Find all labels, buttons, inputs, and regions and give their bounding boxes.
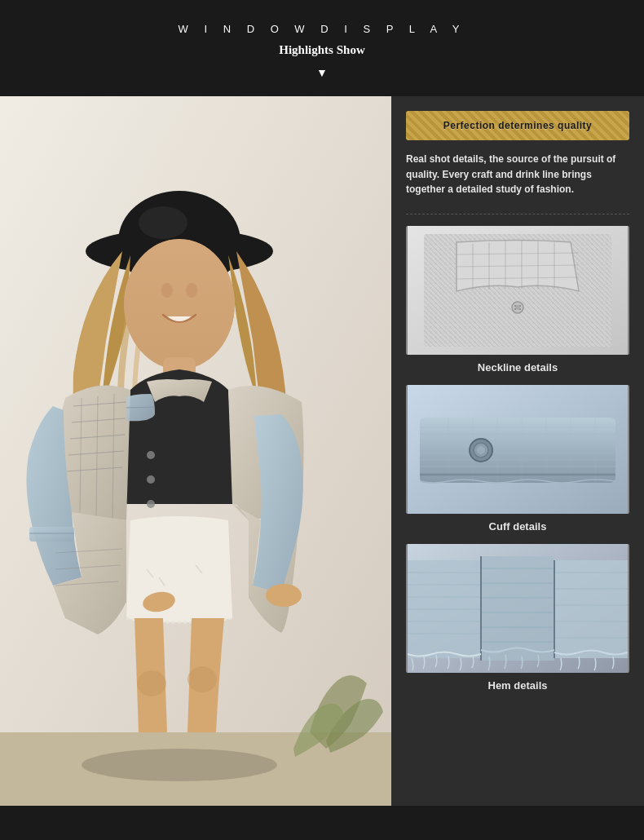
- hem-detail-item: Hem details: [406, 544, 629, 692]
- svg-point-30: [147, 475, 155, 484]
- neckline-label: Neckline details: [406, 361, 629, 374]
- svg-point-29: [147, 451, 155, 459]
- cuff-detail-item: Cuff details: [406, 385, 629, 533]
- svg-point-76: [477, 446, 485, 454]
- cuff-label: Cuff details: [406, 520, 629, 533]
- svg-point-9: [161, 283, 173, 298]
- svg-point-10: [186, 283, 197, 298]
- window-display-title: W I N D O W D I S P L A Y: [16, 23, 628, 35]
- main-photo-column: [0, 96, 391, 806]
- svg-point-31: [147, 500, 155, 508]
- quality-badge: Perfection determines quality: [406, 111, 629, 140]
- right-details-column: Perfection determines quality Real shot …: [391, 96, 644, 806]
- section-divider: [406, 214, 629, 214]
- svg-point-56: [514, 308, 516, 310]
- svg-rect-34: [29, 527, 74, 542]
- svg-point-55: [519, 305, 521, 307]
- fashion-model-photo: [0, 96, 391, 806]
- cuff-image-svg: [406, 385, 629, 514]
- svg-point-28: [187, 666, 217, 692]
- hem-image-svg: [406, 544, 629, 673]
- svg-point-6: [139, 206, 187, 239]
- svg-point-8: [124, 239, 235, 369]
- fashion-photo-svg: [0, 96, 391, 806]
- neckline-image-box: [406, 226, 629, 355]
- svg-point-27: [137, 670, 166, 696]
- hem-image-box: [406, 544, 629, 673]
- svg-point-57: [519, 308, 521, 310]
- svg-rect-81: [554, 560, 628, 658]
- highlights-show-subtitle: Highlights Show: [16, 43, 628, 57]
- down-arrow-icon: ▼: [16, 67, 628, 80]
- svg-point-54: [514, 305, 516, 307]
- neckline-image-svg: [406, 226, 629, 355]
- quality-badge-text: Perfection determines quality: [443, 120, 593, 131]
- svg-point-32: [266, 584, 302, 607]
- cuff-image-box: [406, 385, 629, 514]
- svg-point-3: [82, 749, 277, 781]
- main-content: Perfection determines quality Real shot …: [0, 96, 644, 806]
- hem-label: Hem details: [406, 679, 629, 692]
- neckline-detail-item: Neckline details: [406, 226, 629, 374]
- svg-rect-80: [481, 556, 554, 661]
- product-description: Real shot details, the source of the pur…: [406, 152, 629, 197]
- page-header: W I N D O W D I S P L A Y Highlights Sho…: [0, 0, 644, 96]
